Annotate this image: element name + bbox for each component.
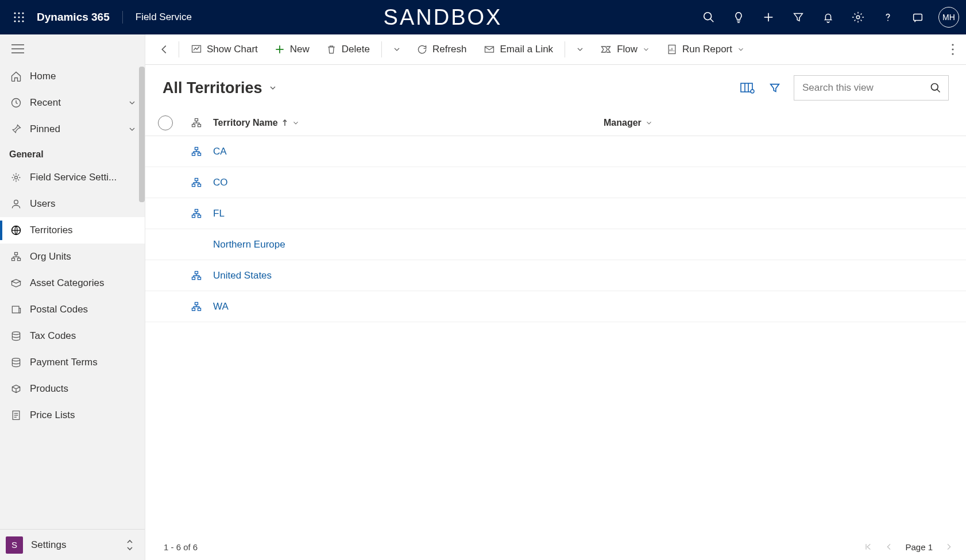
new-button[interactable]: New [266,34,318,64]
svg-rect-62 [195,302,198,304]
org-icon [10,251,30,262]
territory-link[interactable]: WA [213,301,229,312]
first-page-button[interactable] [864,542,873,551]
table-row[interactable]: CO [145,167,966,198]
delete-split-chevron[interactable] [385,34,408,64]
hierarchy-header-icon[interactable] [180,117,213,129]
sidebar-item-recent[interactable]: Recent [0,90,145,116]
svg-point-40 [952,53,953,55]
table-row[interactable]: Northern Europe [145,229,966,260]
sidebar-item-label: Payment Terms [30,357,98,368]
svg-rect-55 [198,184,201,186]
svg-point-20 [15,176,18,179]
chevron-down-icon [737,45,745,53]
user-avatar[interactable]: MH [938,7,959,28]
hierarchy-icon[interactable] [180,301,213,312]
svg-point-2 [22,12,24,14]
question-icon[interactable] [873,3,903,31]
search-input[interactable] [801,82,930,94]
table-row[interactable]: CA [145,136,966,167]
home-icon [10,71,30,82]
run-report-button[interactable]: Run Report [658,34,753,64]
territory-link[interactable]: Northern Europe [213,239,285,250]
hierarchy-icon[interactable] [180,177,213,188]
refresh-button[interactable]: Refresh [408,34,475,64]
delete-button[interactable]: Delete [318,34,378,64]
chevron-down-icon [392,45,401,54]
col-manager[interactable]: Manager [604,118,966,128]
svg-point-4 [18,16,20,18]
filter-icon[interactable] [783,3,813,31]
col-territory-name[interactable]: Territory Name [213,118,604,128]
app-launcher-icon[interactable] [7,11,31,23]
svg-rect-49 [198,124,201,126]
sidebar-item-label: Tax Codes [30,330,76,342]
sidebar-item-payment-terms[interactable]: Payment Terms [0,349,145,376]
chevron-down-icon [127,98,137,107]
sidebar-item-postal-codes[interactable]: Postal Codes [0,296,145,323]
overflow-button[interactable] [940,43,966,56]
plus-icon[interactable] [754,3,783,31]
sidebar-item-home[interactable]: Home [0,63,145,90]
hierarchy-icon[interactable] [180,146,213,157]
gear-icon[interactable] [843,3,873,31]
box-icon [10,383,30,395]
email-split-chevron[interactable] [569,34,592,64]
filter-icon[interactable] [768,82,781,94]
sidebar-item-label: Asset Categories [30,277,104,289]
data-grid: Territory Name Manager CACOFLNorthern Eu… [145,106,966,322]
svg-rect-53 [195,178,198,180]
hierarchy-icon[interactable] [180,270,213,281]
back-button[interactable] [153,43,175,56]
view-title-text: All Territories [163,79,262,97]
user-icon [10,198,30,210]
view-selector[interactable]: All Territories [163,79,277,97]
brand-label[interactable]: Dynamics 365 [37,11,123,24]
prev-page-button[interactable] [884,542,894,551]
svg-rect-60 [192,277,195,279]
email-link-button[interactable]: Email a Link [475,34,562,64]
sidebar-item-price-lists[interactable]: Price Lists [0,402,145,428]
svg-rect-15 [914,14,922,21]
report-icon [666,44,678,55]
svg-rect-25 [18,258,21,261]
area-badge: S [6,536,23,554]
sidebar-item-territories[interactable]: Territories [0,217,145,244]
sort-asc-icon [281,119,288,127]
svg-rect-63 [192,308,195,310]
assistant-icon[interactable] [903,3,933,31]
lightbulb-icon[interactable] [724,3,754,31]
flow-icon [600,44,612,55]
sidebar-item-products[interactable]: Products [0,376,145,402]
table-row[interactable]: FL [145,198,966,229]
select-all[interactable] [151,115,180,130]
search-icon[interactable] [694,3,724,31]
table-row[interactable]: WA [145,291,966,322]
show-chart-button[interactable]: Show Chart [183,34,266,64]
territory-link[interactable]: United States [213,270,272,281]
edit-columns-icon[interactable] [740,82,755,94]
col-label: Territory Name [213,118,278,128]
cmd-label: Email a Link [500,44,554,55]
sidebar-item-fs-settings[interactable]: Field Service Setti... [0,164,145,191]
hierarchy-icon[interactable] [180,208,213,219]
flow-button[interactable]: Flow [592,34,658,64]
sidebar-item-users[interactable]: Users [0,191,145,217]
nav-collapse-button[interactable] [0,34,145,63]
sidebar-item-asset-categories[interactable]: Asset Categories [0,270,145,296]
territory-link[interactable]: FL [213,208,225,219]
territory-link[interactable]: CA [213,146,227,157]
area-switcher[interactable]: S Settings [0,529,145,560]
sidebar-item-pinned[interactable]: Pinned [0,116,145,142]
table-row[interactable]: United States [145,260,966,291]
bell-icon[interactable] [813,3,843,31]
territory-link[interactable]: CO [213,177,228,188]
next-page-button[interactable] [944,542,953,551]
sidebar-item-label: Home [30,71,56,82]
sidebar-item-org-units[interactable]: Org Units [0,244,145,270]
area-label: Settings [31,539,66,551]
view-search-box[interactable] [794,75,949,101]
sidebar-item-label: Territories [30,225,73,236]
sidebar-item-tax-codes[interactable]: Tax Codes [0,323,145,349]
app-name-label[interactable]: Field Service [136,11,192,23]
